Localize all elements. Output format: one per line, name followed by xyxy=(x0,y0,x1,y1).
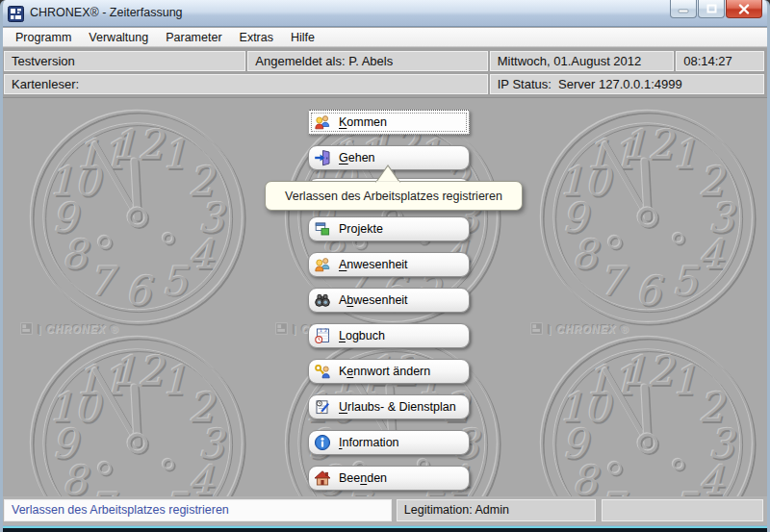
exit-door-icon xyxy=(314,149,331,166)
button-label: Beenden xyxy=(339,471,387,485)
title-bar[interactable]: CHRONEX® - Zeiterfassung xyxy=(0,0,770,27)
info-cell-version: Testversion xyxy=(4,51,245,71)
menu-bar: ProgrammVerwaltungParameterExtrasHilfe xyxy=(3,28,767,47)
window-bottom-border xyxy=(0,525,770,532)
main-button-abwesenheit[interactable]: Abwesenheit xyxy=(308,288,470,313)
watermark-logo-icon xyxy=(530,322,543,335)
info-row-2: Kartenleser:IP Status: Server 127.0.0.1:… xyxy=(4,74,766,94)
info-panel: TestversionAngemeldet als: P. AbelsMittw… xyxy=(3,48,767,97)
watermark-text: CHRONEX ® xyxy=(46,323,118,335)
button-label: Gehen xyxy=(339,151,375,165)
background-clock: 1112223334445556667778889991010101111111… xyxy=(532,328,763,496)
status-cell-legitimation: Legitimation: Admin xyxy=(397,499,596,521)
watermark-text: CHRONEX ® xyxy=(556,323,629,335)
info-cell-time: 08:14:27 xyxy=(676,51,764,71)
main-button-urlaubs-dienstplan[interactable]: Urlaubs- & Dienstplan xyxy=(308,394,470,419)
chronex-watermark: |CHRONEX ® xyxy=(530,322,629,335)
home-icon xyxy=(314,469,331,487)
button-label: Abwesenheit xyxy=(339,293,408,307)
main-button-kennwort-aendern[interactable]: Kennwort ändern xyxy=(308,359,470,384)
menu-item-programm[interactable]: Programm xyxy=(7,29,80,46)
background-clock: 1112223334445556667778889991010101111111… xyxy=(22,328,253,496)
status-bar: Verlassen des Arbeitsplatzes registriere… xyxy=(3,496,767,525)
menu-item-extras[interactable]: Extras xyxy=(231,29,282,46)
svg-text:4: 4 xyxy=(188,231,215,278)
main-button-information[interactable]: Information xyxy=(308,430,470,455)
main-button-projekte[interactable]: Projekte xyxy=(308,216,470,241)
svg-text:6: 6 xyxy=(635,267,664,315)
window-controls xyxy=(669,0,762,18)
button-label: Kennwort ändern xyxy=(339,365,430,378)
minimize-icon xyxy=(678,4,689,13)
chronex-logo-icon xyxy=(8,6,24,22)
close-button[interactable] xyxy=(726,0,762,18)
info-cell-ip-status: IP Status: Server 127.0.0.1:4999 xyxy=(490,74,764,94)
info-row-1: TestversionAngemeldet als: P. AbelsMittw… xyxy=(4,51,766,71)
key-user-icon xyxy=(314,363,331,380)
svg-text:5: 5 xyxy=(672,258,700,305)
window-title: CHRONEX® - Zeiterfassung xyxy=(30,6,183,19)
svg-text:1: 1 xyxy=(672,131,698,178)
menu-item-verwaltung[interactable]: Verwaltung xyxy=(80,29,157,46)
tooltip-text: Verlassen des Arbeitsplatzes registriere… xyxy=(285,190,502,203)
button-label: Kommen xyxy=(339,115,387,129)
svg-text:1: 1 xyxy=(320,328,322,333)
svg-text:1: 1 xyxy=(162,131,188,178)
planner-icon xyxy=(314,398,331,416)
button-label: Logbuch xyxy=(339,329,385,342)
svg-text:2: 2 xyxy=(324,328,327,333)
info-cell-date: Mittwoch, 01.August 2012 xyxy=(490,51,675,71)
svg-text:5: 5 xyxy=(672,484,700,496)
button-label: Urlaubs- & Dienstplan xyxy=(339,400,456,414)
tooltip: Verlassen des Arbeitsplatzes registriere… xyxy=(265,181,523,211)
watermark-logo-icon xyxy=(20,322,33,335)
svg-text:4: 4 xyxy=(698,231,725,278)
main-button-beenden[interactable]: Beenden xyxy=(308,466,470,491)
info-cell-logged-in-user: Angemeldet als: P. Abels xyxy=(247,51,487,71)
menu-item-parameter[interactable]: Parameter xyxy=(157,29,230,46)
main-button-kommen[interactable]: Kommen xyxy=(308,110,470,135)
tooltip-arrow xyxy=(373,165,402,183)
main-button-logbuch[interactable]: 12Logbuch xyxy=(308,323,470,348)
main-area: 1112223334445556667778889991010101111111… xyxy=(3,97,767,496)
users-come-icon xyxy=(314,114,331,131)
app-window: CHRONEX® - Zeiterfassung ProgrammVerwalt… xyxy=(0,0,770,532)
maximize-icon xyxy=(706,4,717,13)
watermark-logo-icon xyxy=(275,322,288,335)
svg-text:6: 6 xyxy=(125,267,154,315)
info-cell-card-reader: Kartenleser: xyxy=(4,74,488,94)
info-icon xyxy=(314,434,331,451)
status-cell-spare xyxy=(602,499,763,521)
main-button-anwesenheit[interactable]: Anwesenheit xyxy=(308,252,470,277)
svg-text:5: 5 xyxy=(162,484,190,496)
background-clock: 1112223334445556667778889991010101111111… xyxy=(532,102,763,333)
svg-text:1: 1 xyxy=(162,357,188,404)
presence-icon xyxy=(314,256,331,273)
maximize-button[interactable] xyxy=(698,0,725,18)
binoculars-icon xyxy=(314,291,331,309)
button-label: Anwesenheit xyxy=(339,258,408,271)
status-cell-hint: Verlassen des Arbeitsplatzes registriere… xyxy=(4,499,392,521)
projects-icon xyxy=(314,220,331,238)
menu-item-hilfe[interactable]: Hilfe xyxy=(282,29,323,46)
svg-text:5: 5 xyxy=(162,258,190,305)
button-label: Projekte xyxy=(339,222,383,236)
logbook-icon: 12 xyxy=(314,327,331,344)
minimize-button[interactable] xyxy=(670,0,697,18)
button-label: Information xyxy=(339,436,399,449)
svg-text:1: 1 xyxy=(672,357,698,404)
chronex-watermark: |CHRONEX ® xyxy=(20,322,118,335)
background-clock: 1112223334445556667778889991010101111111… xyxy=(22,102,253,333)
close-icon xyxy=(738,4,750,14)
svg-text:4: 4 xyxy=(698,457,725,496)
svg-text:4: 4 xyxy=(188,457,215,496)
